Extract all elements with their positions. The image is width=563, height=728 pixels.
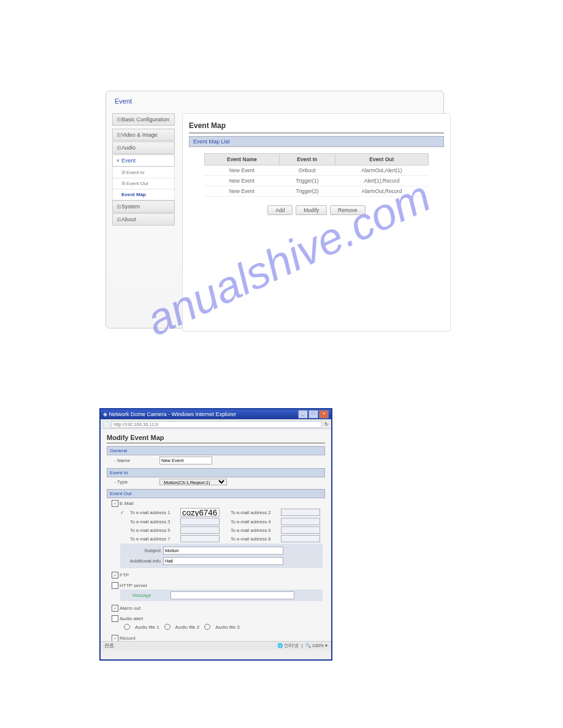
addr5-label: To e-mail address 5 — [130, 528, 179, 533]
address-bar: 📄 http://192.168.30.113/ ↻ — [101, 419, 331, 429]
type-label: - Type — [114, 479, 157, 485]
status-internet: 인터넷 — [284, 643, 299, 648]
table-row[interactable]: New Event Trigger(2) AlarmOut,Record — [204, 186, 428, 197]
tree-icon: ⊞ — [121, 181, 126, 186]
tree-icon: ⊞ — [117, 145, 121, 151]
col-event-out: Event Out — [335, 154, 428, 165]
addr1-checkbox[interactable]: ✓ — [120, 510, 129, 515]
message-label: Message — [132, 593, 166, 598]
table-row[interactable]: New Event Trigger(1) Alert(1),Record — [204, 176, 428, 186]
close-button[interactable]: × — [319, 410, 329, 419]
status-left: 완료 — [104, 643, 114, 649]
subject-label: Subject — [124, 548, 161, 553]
http-checkbox[interactable] — [112, 582, 118, 589]
modify-event-map-window: ◈ Network Dome Camera - Windows Internet… — [99, 408, 332, 661]
message-input[interactable] — [170, 591, 294, 599]
addr1-input[interactable] — [180, 508, 220, 517]
status-zoom: 100% — [312, 643, 324, 648]
modify-button[interactable]: Modify — [296, 205, 327, 215]
tree-icon: ⊞ — [117, 116, 121, 123]
panel-title: Event — [115, 97, 132, 105]
event-map-table: Event Name Event In Event Out New Event … — [204, 153, 429, 197]
sidebar-sub-event-in[interactable]: ⊞Event In — [112, 167, 175, 178]
url-field[interactable]: http://192.168.30.113/ — [111, 421, 322, 428]
event-map-list-header: Event Map List — [189, 136, 444, 147]
go-icon[interactable]: ↻ — [324, 422, 329, 427]
ftp-label: FTP — [120, 572, 129, 578]
addr2-label: To e-mail address 2 — [231, 510, 280, 515]
status-bar: 완료 🌐 인터넷 | 🔍 100% ▾ — [101, 641, 331, 650]
minimize-button[interactable]: _ — [298, 410, 308, 419]
settings-sidebar: ⊞Basic Configuration ⊞Video & Image ⊞Aud… — [112, 113, 175, 226]
email-address-grid: ✓To e-mail address 1 To e-mail address 2… — [120, 508, 323, 542]
sidebar-item-event[interactable]: ▾Event — [112, 154, 175, 167]
sidebar-item-about[interactable]: ⊞About — [112, 213, 175, 226]
addinfo-label: Additional info — [124, 558, 161, 564]
alarm-label: Alarm out — [120, 605, 140, 611]
section-general: General — [107, 446, 325, 455]
addr4-input[interactable] — [281, 518, 320, 525]
tree-icon: ⊞ — [121, 170, 126, 175]
tree-icon: ⊞ — [117, 203, 121, 210]
event-map-content: Event Map Event Map List Event Name Even… — [182, 113, 451, 332]
addr2-input[interactable] — [281, 509, 320, 516]
remove-button[interactable]: Remove — [330, 205, 366, 215]
audio-checkbox[interactable] — [112, 615, 118, 622]
addr3-input[interactable] — [180, 518, 220, 525]
tree-icon: ⊞ — [117, 132, 121, 138]
addr7-label: To e-mail address 7 — [130, 536, 179, 542]
type-select[interactable]: Motion(Ch:1,Region:1) — [159, 479, 227, 485]
audio-label: Audio alert — [120, 616, 143, 621]
sidebar-item-basic[interactable]: ⊞Basic Configuration — [112, 113, 175, 126]
section-event-out: Event Out — [107, 489, 325, 498]
content-header: Event Map — [189, 121, 444, 134]
addr5-input[interactable] — [180, 526, 220, 534]
modify-event-map-body: Modify Event Map General - Name Event In… — [101, 429, 331, 641]
ftp-checkbox[interactable]: ✓ — [112, 572, 118, 578]
record-checkbox[interactable]: ✓ — [112, 635, 118, 641]
page-icon: 📄 — [103, 422, 109, 427]
addr7-input[interactable] — [180, 535, 220, 542]
subject-input[interactable] — [163, 547, 283, 555]
zoom-dropdown-icon[interactable]: ▾ — [325, 643, 327, 648]
sidebar-sub-event-map[interactable]: Event Map — [112, 189, 175, 200]
sidebar-item-system[interactable]: ⊞System — [112, 200, 175, 213]
email-label: E-Mail — [120, 501, 134, 506]
sidebar-item-video[interactable]: ⊞Video & Image — [112, 129, 175, 141]
sidebar-sub-event-out[interactable]: ⊞Event Out — [112, 178, 175, 189]
addr8-input[interactable] — [281, 535, 320, 542]
tree-icon: ⊞ — [117, 216, 121, 222]
name-input[interactable] — [159, 457, 212, 464]
record-label: Record — [120, 635, 136, 641]
tree-icon: ▾ — [117, 157, 121, 164]
section-event-in: Event In — [107, 468, 325, 477]
addinfo-input[interactable] — [163, 557, 283, 565]
modify-title: Modify Event Map — [107, 434, 325, 444]
audio-file-3-radio[interactable] — [204, 624, 210, 630]
audio-file-2-label: Audio file 2 — [175, 624, 200, 630]
type-row: - Type Motion(Ch:1,Region:1) — [107, 477, 325, 487]
addr6-input[interactable] — [281, 526, 320, 534]
alarm-checkbox[interactable]: ✓ — [112, 605, 118, 612]
sidebar-item-audio[interactable]: ⊞Audio — [112, 142, 175, 154]
audio-file-1-label: Audio file 1 — [135, 624, 159, 630]
zoom-icon: 🔍 — [305, 643, 311, 648]
audio-file-3-label: Audio file 3 — [215, 624, 240, 630]
email-checkbox[interactable]: ✓ — [112, 500, 118, 507]
audio-file-1-radio[interactable] — [124, 624, 130, 630]
addr6-label: To e-mail address 6 — [231, 528, 280, 533]
addr4-label: To e-mail address 4 — [231, 519, 280, 525]
table-row[interactable]: New Event Onboot AlarmOut,Alert(1) — [204, 165, 428, 176]
name-row: - Name — [107, 455, 325, 466]
add-button[interactable]: Add — [267, 205, 293, 215]
event-map-button-row: Add Modify Remove — [189, 205, 444, 215]
addr1-label: To e-mail address 1 — [130, 510, 179, 515]
addr8-label: To e-mail address 8 — [231, 536, 280, 542]
col-event-name: Event Name — [204, 154, 279, 165]
window-title: ◈ Network Dome Camera - Windows Internet… — [103, 411, 236, 417]
event-settings-panel: Event ⊞Basic Configuration ⊞Video & Imag… — [105, 91, 444, 328]
audio-file-2-radio[interactable] — [164, 624, 170, 630]
maximize-button[interactable]: □ — [308, 410, 318, 419]
addr3-label: To e-mail address 3 — [130, 519, 179, 525]
name-label: - Name — [114, 458, 157, 463]
